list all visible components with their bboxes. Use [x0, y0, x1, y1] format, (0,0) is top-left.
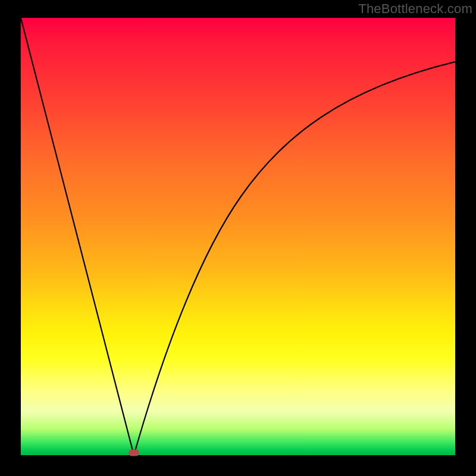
minimum-marker [129, 450, 139, 456]
curve-svg [21, 18, 455, 455]
curve-right-branch [134, 62, 455, 455]
chart-frame: TheBottleneck.com [0, 0, 476, 476]
plot-area [21, 18, 455, 455]
curve-left-branch [21, 18, 134, 455]
watermark-text: TheBottleneck.com [358, 1, 472, 17]
